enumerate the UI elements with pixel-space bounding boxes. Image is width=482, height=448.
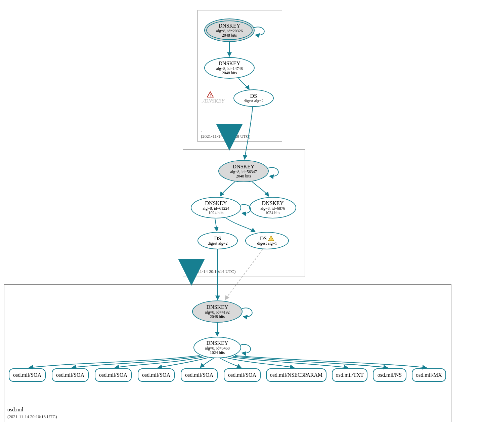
warning-icon: ! [207, 91, 214, 97]
ds-alg: digest alg=2 [244, 99, 263, 103]
svg-text:!: ! [270, 237, 272, 241]
dnskey-title: DNSKEY [219, 23, 240, 29]
dnskey-root-ksk[interactable]: DNSKEY alg=8, id=20326 2048 bits [204, 18, 255, 42]
ds-root[interactable]: DS digest alg=2 [233, 89, 274, 107]
zone-label-mil: mil [186, 262, 193, 268]
rr-osd-soa-6[interactable]: osd.mil/SOA [224, 368, 261, 382]
dnskey-mil-ksk[interactable]: DNSKEY alg=8, id=56347 2048 bits [218, 160, 269, 182]
dnskey-mil-zsk-61224[interactable]: DNSKEY alg=8, id=61224 1024 bits [191, 197, 241, 218]
zone-ts-osd: (2021-11-14 20:10:18 UTC) [7, 414, 57, 419]
rr-osd-soa-1[interactable]: osd.mil/SOA [9, 368, 46, 382]
zone-ts-mil: (2021-11-14 20:10:14 UTC) [186, 269, 236, 274]
zone-ts-root: (2021-11-14 17:56:29 UTC) [201, 134, 251, 139]
ds-mil-alg1[interactable]: DS ! digest alg=1 [245, 232, 289, 249]
dnskey-title: DNSKEY [233, 164, 255, 170]
rr-osd-soa-2[interactable]: osd.mil/SOA [52, 368, 89, 382]
dnskey-alg: alg=8, id=4192 [205, 310, 230, 315]
rr-osd-soa-4[interactable]: osd.mil/SOA [138, 368, 175, 382]
rr-osd-ns[interactable]: osd.mil/NS [373, 368, 406, 382]
dnskey-bits: 2048 bits [222, 33, 237, 38]
dnskey-osd-zsk[interactable]: DNSKEY alg=8, id=6468 1024 bits [193, 337, 241, 358]
ds-title: DS [250, 93, 257, 99]
dnskey-alg: alg=8, id=14748 [216, 67, 243, 71]
dnskey-title: DNSKEY [207, 340, 228, 346]
dnskey-bits: 2048 bits [236, 174, 251, 178]
ds-mil-alg2[interactable]: DS digest alg=2 [198, 232, 238, 249]
ds-alg: digest alg=1 [257, 241, 277, 246]
rr-osd-txt[interactable]: osd.mil/TXT [332, 368, 367, 382]
dnskey-bits: 1024 bits [265, 211, 280, 215]
dnskey-bits: 2048 bits [222, 71, 237, 75]
dnskey-title: DNSKEY [219, 60, 240, 67]
dnskey-alg: alg=8, id=6468 [205, 346, 230, 351]
ds-title-text: DS [260, 236, 267, 241]
warning-icon: ! [268, 236, 274, 241]
dnskey-alg: alg=8, id=56347 [230, 170, 257, 174]
dnskey-alg: alg=8, id=20326 [216, 29, 243, 33]
dnskey-bits: 1024 bits [209, 211, 223, 215]
svg-text:!: ! [210, 93, 211, 97]
missing-dnskey-label: ./DNSKEY [202, 98, 224, 104]
dnskey-mil-zsk-6876[interactable]: DNSKEY alg=8, id=6876 1024 bits [249, 197, 296, 218]
rr-osd-mx[interactable]: osd.mil/MX [412, 368, 446, 382]
dnskey-title: DNSKEY [207, 304, 228, 310]
ds-title: DS ! [260, 236, 274, 242]
ds-title: DS [214, 236, 221, 242]
zone-label-osd: osd.mil [7, 407, 24, 413]
dnskey-alg: alg=8, id=6876 [260, 206, 285, 211]
dnskey-bits: 1024 bits [210, 351, 225, 355]
dnskey-title: DNSKEY [262, 200, 284, 206]
dnskey-osd-ksk[interactable]: DNSKEY alg=8, id=4192 2048 bits [192, 300, 243, 323]
rr-osd-soa-3[interactable]: osd.mil/SOA [95, 368, 132, 382]
dnskey-alg: alg=8, id=61224 [203, 206, 229, 211]
ds-alg: digest alg=2 [208, 241, 227, 246]
dnskey-title: DNSKEY [205, 200, 227, 206]
rr-osd-soa-5[interactable]: osd.mil/SOA [181, 368, 218, 382]
zone-label-root: . [201, 127, 202, 133]
dnskey-root-zsk[interactable]: DNSKEY alg=8, id=14748 2048 bits [204, 57, 255, 79]
dnskey-bits: 2048 bits [210, 315, 225, 319]
rr-osd-nsec3param[interactable]: osd.mil/NSEC3PARAM [266, 368, 326, 382]
